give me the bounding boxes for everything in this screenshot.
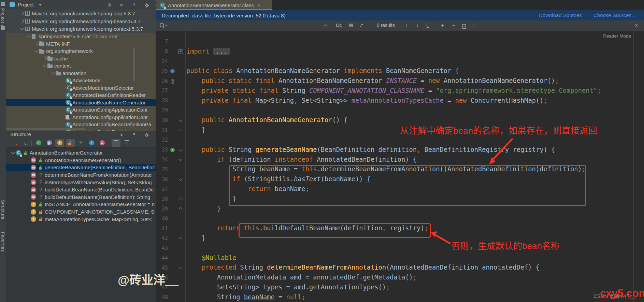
code-line[interactable]: 29 [156,106,644,116]
tree-item[interactable]: mAnnotationBeanNameGenerator() [6,157,156,164]
fold-marker-icon[interactable] [177,159,184,160]
show-non-public-icon[interactable] [66,139,75,147]
folder-icon[interactable] [1,26,5,30]
project-panel-title[interactable]: Project [18,2,34,8]
select-all-occurrences-icon[interactable] [427,23,427,29]
close-search-icon[interactable]: × [635,23,638,29]
tree-item[interactable]: CAnnotationConfigApplicationCont [6,106,156,114]
collapse-all-icon[interactable]: » [131,2,137,8]
tree-item[interactable]: fINSTANCE: AnnotationBeanNameGenerator =… [6,201,156,208]
structure-panel-title[interactable]: Structure [10,131,31,137]
code-line[interactable]: 46 AnnotationMetadata amd = annotatedDef… [156,273,644,283]
match-case-toggle[interactable]: Cc [336,23,342,28]
words-toggle[interactable]: W [349,23,353,28]
tree-item[interactable]: misStereotypeWithNameValue(String, Set<S… [6,178,156,186]
fold-marker-icon[interactable] [177,128,184,132]
tree-item[interactable]: Maven: org.springframework:spring-beans:… [6,17,156,25]
tree-item[interactable]: CAnnotationConfigBeanDefinitionPa [6,121,156,128]
show-anonymous-classes-icon[interactable]: ○ [87,139,96,147]
gear-icon[interactable] [144,132,150,139]
editor-area[interactable]: 78+import ...2425↓public class Annotatio… [156,31,644,302]
project-horizontal-scrollbar[interactable] [6,128,85,130]
sort-by-visibility-icon[interactable]: ↓■ [10,139,18,147]
tree-item[interactable]: mbuildDefaultBeanName(BeanDefinition, Be… [6,186,156,193]
chevron-down-icon[interactable] [39,4,42,6]
chevron-down-icon[interactable] [26,35,32,37]
editor-scrollbar-track[interactable] [633,31,634,302]
code-line[interactable]: 32 [156,135,644,145]
tree-item[interactable]: mdetermineBeanNameFromAnnotation(Annotat… [6,171,156,179]
stripe-favorites-label[interactable]: Favorites [0,232,5,252]
tree-item[interactable]: CAnnotationBeanNameGenerator [6,149,156,157]
code-line[interactable]: 42 } [156,233,644,243]
code-line[interactable]: 36 if (StringUtils.hasText(beanName)) { [156,174,644,184]
show-inherited-icon[interactable]: I↑ [34,139,43,147]
stripe-project-label[interactable]: Project [0,8,5,23]
code-line[interactable]: 27 private static final String COMPONENT… [156,86,644,96]
group-methods-icon[interactable]: Y [76,139,85,147]
code-line[interactable]: 43 [156,243,644,253]
fold-marker-icon[interactable] [177,197,184,201]
code-line[interactable]: 35 String beanName = this.determineBeanN… [156,164,644,174]
tree-item[interactable]: spring-context-5.3.7.jarlibrary root [6,33,156,40]
chevron-right-icon[interactable] [42,57,47,60]
chevron-down-icon[interactable] [34,50,39,52]
fold-marker-icon[interactable] [177,149,184,151]
code-line[interactable]: 8+import ... [156,47,644,57]
search-icon[interactable] [160,23,164,27]
fold-marker-icon[interactable] [177,178,184,180]
tree-item[interactable]: CAdviceModeImportSelector [6,84,156,92]
fold-marker-icon[interactable] [177,119,184,121]
chevron-right-icon[interactable] [19,20,25,23]
tree-item[interactable]: mbuildDefaultBeanName(BeanDefinition): S… [6,193,156,201]
search-history-caret-icon[interactable] [165,25,167,26]
gear-icon[interactable] [144,3,150,9]
sort-alphabetically-icon[interactable]: ↓az [20,139,29,147]
implements-gutter-icon[interactable]: ↓ [168,69,177,73]
code-line[interactable]: 40 [156,214,644,224]
tree-item[interactable]: Maven: org.springframework:spring-aop:5.… [6,10,156,17]
project-tool-icon[interactable] [1,2,5,6]
tree-item[interactable]: CAnnotatedBeanDefinitionReader [6,91,156,99]
remove-selection-icon[interactable]: − [452,23,455,29]
previous-occurrence-icon[interactable]: ↑ [405,23,408,28]
newline-icon[interactable]: ↵ [324,23,328,28]
code-line[interactable]: 7 [156,37,644,47]
close-tab-icon[interactable]: × [257,2,260,8]
chevron-down-icon[interactable] [19,28,25,30]
tree-item[interactable]: Maven: org.springframework:spring-contex… [6,25,156,33]
code-line[interactable]: 44 @Nullable [156,253,644,263]
tree-item[interactable]: fCOMPONENT_ANNOTATION_CLASSNAME: Stri [6,208,156,216]
collapse-all-icon[interactable]: » [131,131,137,138]
fold-marker-icon[interactable] [177,236,184,240]
code-line[interactable]: 24 [156,57,644,67]
code-line[interactable]: 26@ public static final AnnotationBeanNa… [156,76,644,86]
chevron-right-icon[interactable] [19,12,25,15]
code-line[interactable]: 48 String beanName = null; [156,292,644,302]
download-sources-link[interactable]: Download Sources [539,12,582,18]
code-line[interactable]: 37 return beanName; [156,184,644,194]
regex-toggle[interactable]: .* [360,23,363,28]
project-vertical-scrollbar[interactable] [133,48,135,81]
autoscroll-to-source-icon[interactable]: ↑ [112,139,120,147]
code-line[interactable]: 28 private final Map<String, Set<String>… [156,96,644,106]
checkbox-icon[interactable]: ✓ [462,23,466,29]
locate-icon[interactable]: ⊕ [106,2,112,8]
show-properties-icon[interactable]: p [45,139,54,147]
tree-item[interactable]: fmetaAnnotationTypesCache: Map<String, S… [6,215,156,223]
expand-all-icon[interactable]: » [119,2,125,8]
stripe-structure-label[interactable]: Structure [0,200,5,219]
next-occurrence-icon[interactable]: ↓ [416,23,419,28]
code-line[interactable]: 47 Set<String> types = amd.getAnnotation… [156,283,644,292]
fold-marker-icon[interactable]: + [177,49,184,54]
fold-marker-icon[interactable] [177,267,184,269]
show-lambdas-icon[interactable]: λ [98,139,106,147]
code-line[interactable]: 45 protected String determineBeanNameFro… [156,263,644,273]
add-selection-icon[interactable]: + [441,23,444,29]
show-fields-icon[interactable]: f [55,139,64,147]
chevron-down-icon[interactable] [10,152,16,154]
tree-item[interactable]: CAnnotationBeanNameGenerator [6,99,156,106]
overrides-gutter-icon[interactable]: ↑ [168,148,177,152]
tree-item[interactable]: AnnotationConfigApplicationCont [6,114,156,121]
code-line[interactable]: 41 return this.buildDefaultBeanName(defi… [156,224,644,233]
